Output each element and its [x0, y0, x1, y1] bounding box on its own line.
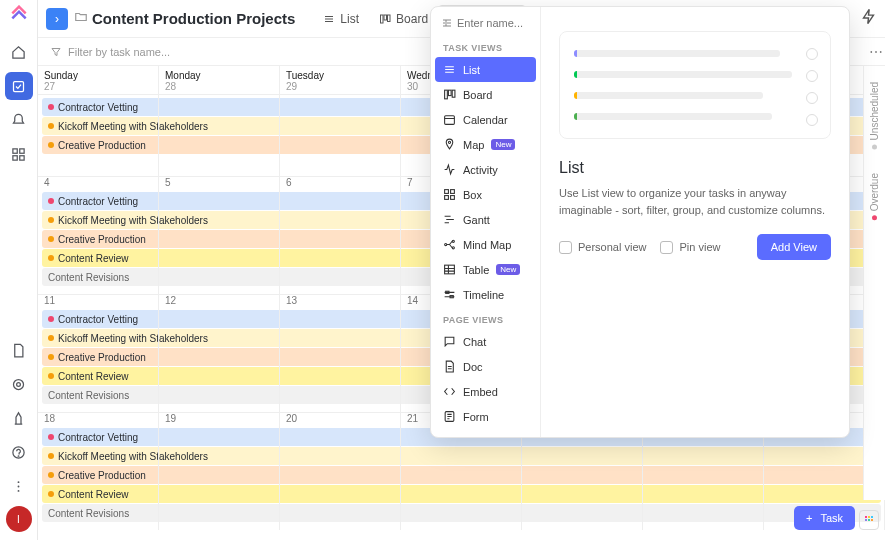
docs-icon[interactable]	[5, 336, 33, 364]
view-option-list[interactable]: List	[435, 57, 536, 82]
add-view-button[interactable]: Add View	[757, 234, 831, 260]
svg-point-40	[452, 247, 454, 249]
svg-rect-28	[445, 116, 455, 125]
add-view-popup: TASK VIEWS ListBoardCalendarMapNewActivi…	[430, 6, 850, 438]
svg-rect-15	[381, 15, 384, 23]
view-option-mind-map[interactable]: Mind Map	[435, 232, 536, 257]
svg-point-11	[18, 489, 20, 491]
side-tab-overdue[interactable]: Overdue	[869, 173, 880, 220]
section-task-views: TASK VIEWS	[435, 37, 536, 55]
section-page-views: PAGE VIEWS	[435, 309, 536, 327]
side-tabs: Unscheduled Overdue	[863, 66, 885, 500]
svg-point-10	[18, 485, 20, 487]
svg-rect-1	[13, 148, 17, 152]
svg-point-5	[17, 382, 21, 386]
pin-view-checkbox[interactable]: Pin view	[660, 241, 720, 254]
sidebar-toggle[interactable]: ›	[46, 8, 68, 30]
svg-rect-31	[445, 190, 449, 194]
more-icon[interactable]	[5, 472, 33, 500]
svg-rect-2	[20, 148, 24, 152]
home-icon[interactable]	[5, 38, 33, 66]
view-option-map[interactable]: MapNew	[435, 132, 536, 157]
view-search-input[interactable]	[457, 17, 530, 29]
left-rail: I	[0, 0, 38, 540]
view-search[interactable]	[435, 15, 536, 35]
svg-rect-33	[445, 196, 449, 200]
svg-rect-3	[13, 155, 17, 159]
svg-rect-26	[448, 90, 451, 95]
day-header: Monday28	[159, 66, 280, 94]
svg-rect-41	[445, 265, 455, 274]
notifications-icon[interactable]	[5, 106, 33, 134]
quick-action-icon[interactable]	[860, 8, 877, 29]
view-option-doc[interactable]: Doc	[435, 354, 536, 379]
svg-rect-34	[451, 196, 455, 200]
view-option-board[interactable]: Board	[435, 82, 536, 107]
new-task-button[interactable]: + Task	[794, 506, 855, 530]
svg-point-60	[871, 519, 873, 521]
svg-point-8	[18, 455, 19, 456]
view-option-table[interactable]: TableNew	[435, 257, 536, 282]
tasks-icon[interactable]	[5, 72, 33, 100]
svg-rect-4	[20, 155, 24, 159]
dashboards-icon[interactable]	[5, 140, 33, 168]
pulse-icon[interactable]	[5, 370, 33, 398]
svg-point-39	[452, 240, 454, 242]
svg-point-9	[18, 481, 20, 483]
personal-view-checkbox[interactable]: Personal view	[559, 241, 646, 254]
svg-rect-25	[445, 90, 448, 99]
svg-point-57	[871, 516, 873, 518]
tab-list[interactable]: List	[313, 6, 369, 32]
svg-rect-17	[388, 15, 391, 22]
preview-desc: Use List view to organize your tasks in …	[559, 185, 831, 218]
day-header: Tuesday29	[280, 66, 401, 94]
svg-point-58	[865, 519, 867, 521]
svg-point-55	[865, 516, 867, 518]
app-grid-icon[interactable]	[859, 510, 879, 530]
page-title: Content Production Projects	[92, 10, 295, 27]
filter-placeholder: Filter by task name...	[68, 46, 170, 58]
view-option-form[interactable]: Form	[435, 404, 536, 429]
app-logo[interactable]	[8, 4, 30, 26]
day-header: Sunday27	[38, 66, 159, 94]
goals-icon[interactable]	[5, 404, 33, 432]
view-option-gantt[interactable]: Gantt	[435, 207, 536, 232]
view-option-timeline[interactable]: Timeline	[435, 282, 536, 307]
svg-point-6	[14, 379, 24, 389]
svg-point-59	[868, 519, 870, 521]
view-options-icon[interactable]: ⋯	[869, 44, 883, 60]
tab-board[interactable]: Board	[369, 6, 438, 32]
svg-rect-27	[452, 90, 455, 97]
svg-point-38	[445, 243, 447, 245]
folder-icon	[74, 10, 88, 28]
svg-point-30	[448, 141, 450, 143]
view-option-chat[interactable]: Chat	[435, 329, 536, 354]
svg-rect-0	[14, 81, 24, 91]
svg-point-56	[868, 516, 870, 518]
side-tab-unscheduled[interactable]: Unscheduled	[869, 82, 880, 149]
svg-rect-32	[451, 190, 455, 194]
view-option-box[interactable]: Box	[435, 182, 536, 207]
help-icon[interactable]	[5, 438, 33, 466]
svg-rect-16	[384, 15, 387, 20]
view-preview	[559, 31, 831, 139]
preview-title: List	[559, 159, 831, 177]
view-option-activity[interactable]: Activity	[435, 157, 536, 182]
view-option-embed[interactable]: Embed	[435, 379, 536, 404]
avatar[interactable]: I	[6, 506, 32, 532]
view-option-calendar[interactable]: Calendar	[435, 107, 536, 132]
